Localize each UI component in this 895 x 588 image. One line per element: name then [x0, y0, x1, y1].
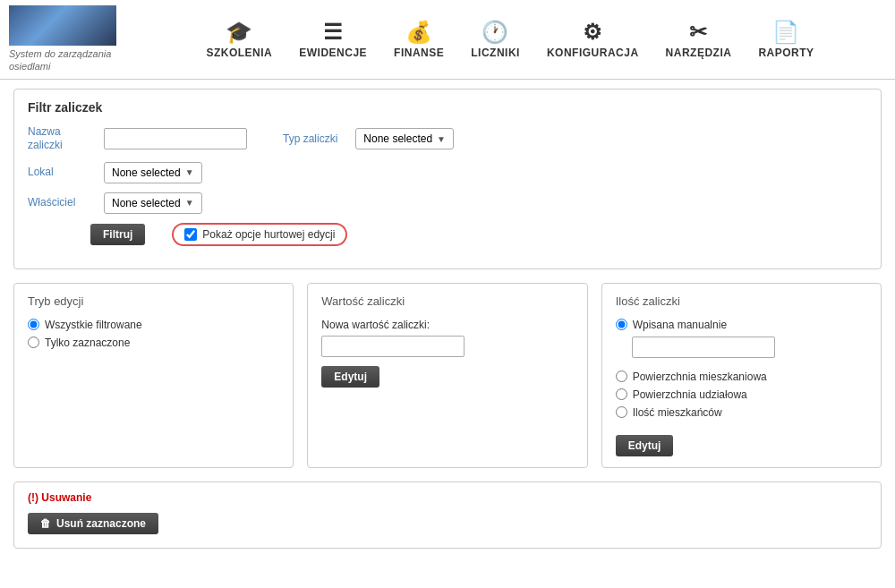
ilosc-option3[interactable]: Powierzchnia udziałowa	[616, 388, 867, 401]
nowa-wartosc-label: Nowa wartość zaliczki:	[321, 319, 573, 331]
filter-row-1: Nazwa zaliczki Typ zaliczki None selecte…	[28, 125, 867, 153]
nav-raporty-label: RAPORTY	[758, 47, 814, 59]
logo-image	[9, 5, 116, 46]
nav-ewidencje-label: EWIDENCJE	[299, 47, 367, 59]
main-content: Filtr zaliczek Nazwa zaliczki Typ zalicz…	[0, 80, 895, 558]
tryb-edycji-box: Tryb edycji Wszystkie filtrowane Tylko z…	[13, 283, 294, 468]
usuwanie-box: (!) Usuwanie 🗑 Usuń zaznaczone	[13, 481, 882, 549]
lokal-select-btn[interactable]: None selected ▼	[104, 162, 202, 183]
typ-selected-value: None selected	[363, 132, 432, 145]
nav-finanse-label: FINANSE	[394, 47, 444, 59]
bulk-edit-label: Pokaż opcje hurtowej edycji	[202, 228, 335, 241]
ilosc-option1[interactable]: Wpisana manualnie	[616, 319, 867, 331]
nav-konfiguracja-label: KONFIGURACJA	[547, 47, 639, 59]
finanse-icon: 💰	[405, 20, 433, 45]
narzedzia-icon: ✂	[689, 20, 708, 45]
ilosc-radio-1[interactable]	[616, 319, 627, 330]
ilosc-option4[interactable]: Ilość mieszkańców	[616, 406, 867, 419]
nazwa-label: Nazwa zaliczki	[28, 125, 86, 153]
filter-title: Filtr zaliczek	[28, 100, 867, 115]
filter-button[interactable]: Filtruj	[90, 224, 145, 245]
ilosc-option2[interactable]: Powierzchnia mieszkaniowa	[616, 371, 867, 383]
logo-area: System do zarządzania osiedlami	[9, 5, 134, 73]
nav-narzedzia[interactable]: ✂ NARZĘDZIA	[666, 20, 732, 59]
ilosc-manual-input[interactable]	[632, 337, 775, 358]
nav-ewidencje[interactable]: ☰ EWIDENCJE	[299, 20, 367, 59]
liczniki-icon: 🕐	[482, 20, 509, 45]
nav-liczniki-label: LICZNIKI	[471, 47, 520, 59]
wlasciciel-selected-value: None selected	[112, 197, 181, 209]
wartosc-zaliczki-box: Wartość zaliczki Nowa wartość zaliczki: …	[307, 283, 587, 468]
konfiguracja-icon: ⚙	[583, 20, 603, 45]
ilosc-radio-3[interactable]	[616, 388, 627, 400]
filter-row-4: Filtruj Pokaż opcje hurtowej edycji	[90, 223, 867, 246]
delete-button[interactable]: 🗑 Usuń zaznaczone	[28, 513, 158, 534]
tryb-radio-group: Wszystkie filtrowane Tylko zaznaczone	[28, 319, 279, 349]
header: System do zarządzania osiedlami 🎓 SZKOLE…	[0, 0, 895, 80]
nav-liczniki[interactable]: 🕐 LICZNIKI	[471, 20, 520, 59]
raporty-icon: 📄	[772, 20, 800, 45]
filter-row-3: Właściciel None selected ▼	[28, 192, 867, 214]
ilosc-radio-group: Wpisana manualnie Powierzchnia mieszkani…	[616, 319, 867, 419]
trash-icon: 🗑	[40, 517, 51, 530]
logo-text: System do zarządzania osiedlami	[9, 47, 134, 73]
nav-raporty[interactable]: 📄 RAPORTY	[758, 20, 814, 59]
ewidencje-icon: ☰	[323, 20, 344, 45]
tryb-edycji-title: Tryb edycji	[28, 294, 279, 308]
ilosc-radio-4[interactable]	[616, 406, 627, 418]
ilosc-option4-label: Ilość mieszkańców	[633, 406, 722, 419]
ilosc-zaliczki-box: Ilość zaliczki Wpisana manualnie Powierz…	[601, 283, 882, 468]
filter-box: Filtr zaliczek Nazwa zaliczki Typ zalicz…	[13, 89, 882, 269]
usuwanie-title: (!) Usuwanie	[28, 491, 867, 504]
tryb-radio-2[interactable]	[28, 337, 39, 348]
ilosc-option1-label: Wpisana manualnie	[633, 319, 727, 331]
delete-button-label: Usuń zaznaczone	[56, 517, 146, 530]
bulk-edit-checkbox[interactable]	[184, 228, 197, 241]
nav-konfiguracja[interactable]: ⚙ KONFIGURACJA	[547, 20, 639, 59]
lokal-dropdown-arrow: ▼	[185, 167, 194, 177]
ilosc-zaliczki-title: Ilość zaliczki	[616, 294, 867, 308]
szkolenia-icon: 🎓	[226, 20, 253, 45]
sections-row: Tryb edycji Wszystkie filtrowane Tylko z…	[13, 283, 882, 468]
ilosc-option3-label: Powierzchnia udziałowa	[633, 388, 747, 401]
tryb-option1-label: Wszystkie filtrowane	[45, 319, 142, 331]
tryb-radio-1[interactable]	[28, 319, 39, 330]
ilosc-radio-2[interactable]	[616, 371, 627, 382]
typ-select-btn[interactable]: None selected ▼	[355, 128, 454, 149]
nav-finanse[interactable]: 💰 FINANSE	[394, 20, 444, 59]
main-nav: 🎓 SZKOLENIA ☰ EWIDENCJE 💰 FINANSE 🕐 LICZ…	[134, 20, 886, 59]
wlasciciel-select-btn[interactable]: None selected ▼	[104, 192, 202, 214]
ilosc-option2-label: Powierzchnia mieszkaniowa	[633, 371, 767, 383]
typ-dropdown-arrow: ▼	[437, 134, 446, 144]
bulk-edit-checkbox-area: Pokaż opcje hurtowej edycji	[172, 223, 347, 246]
nav-narzedzia-label: NARZĘDZIA	[666, 47, 732, 59]
nazwa-input[interactable]	[104, 128, 247, 149]
nowa-wartosc-input[interactable]	[321, 336, 465, 357]
tryb-option1[interactable]: Wszystkie filtrowane	[28, 319, 279, 331]
wartosc-zaliczki-title: Wartość zaliczki	[321, 294, 573, 308]
typ-label: Typ zaliczki	[283, 132, 337, 145]
nav-szkolenia[interactable]: 🎓 SZKOLENIA	[206, 20, 272, 59]
tryb-option2-label: Tylko zaznaczone	[45, 337, 130, 349]
wlasciciel-dropdown-arrow: ▼	[185, 198, 194, 208]
tryb-option2[interactable]: Tylko zaznaczone	[28, 337, 279, 349]
lokal-selected-value: None selected	[112, 166, 181, 179]
filter-row-2: Lokal None selected ▼	[28, 162, 867, 183]
ilosc-edit-button[interactable]: Edytuj	[616, 435, 674, 456]
lokal-label: Lokal	[28, 166, 86, 180]
nav-szkolenia-label: SZKOLENIA	[206, 47, 272, 59]
wlasciciel-label: Właściciel	[28, 196, 86, 210]
wartosc-edit-button[interactable]: Edytuj	[321, 366, 379, 388]
